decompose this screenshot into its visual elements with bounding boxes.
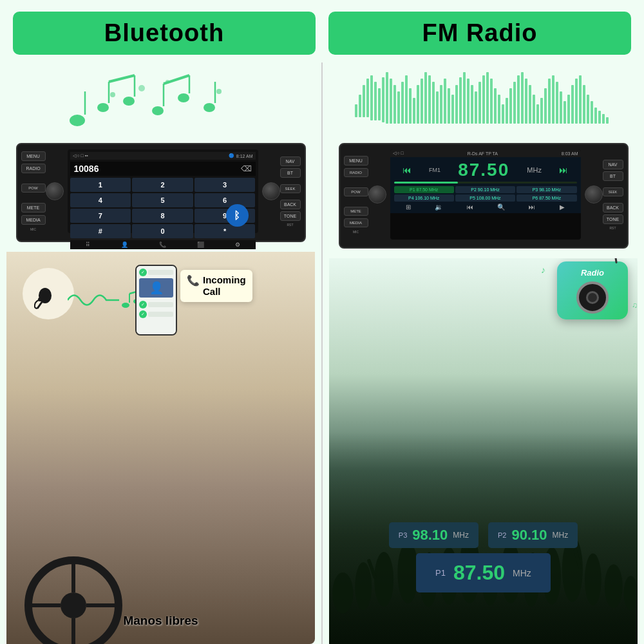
- radio-btn-fm[interactable]: RADIO: [344, 168, 368, 177]
- nav-btn-fm[interactable]: NAV: [603, 160, 623, 169]
- tone-btn-bt[interactable]: TONE: [280, 211, 301, 221]
- preset-p1[interactable]: P1 87.50 MHz: [394, 186, 454, 193]
- freq-p1-unit: MHz: [513, 568, 531, 578]
- prev-track-icon[interactable]: ⏮: [467, 204, 473, 211]
- svg-rect-46: [409, 88, 412, 124]
- key-4[interactable]: 4: [70, 193, 131, 207]
- key-8[interactable]: 8: [132, 209, 193, 223]
- radio-speaker-icon: [576, 281, 609, 314]
- svg-point-16: [216, 89, 222, 94]
- bt-btn[interactable]: BT: [280, 168, 301, 178]
- check-icon-2: ✓: [139, 301, 147, 308]
- preset-p4[interactable]: P4 106.10 MHz: [394, 194, 454, 202]
- key-7[interactable]: 7: [70, 209, 131, 223]
- radio-device: Radio ♪ ♫: [557, 261, 628, 319]
- svg-rect-97: [606, 117, 609, 124]
- right-button-group-fm: NAV BT SEEK BACK TONE RST: [603, 160, 623, 230]
- svg-rect-37: [374, 82, 377, 120]
- svg-point-27: [122, 303, 129, 308]
- left-column: MENU RADIO POW METE MEDIA MIC: [0, 62, 321, 644]
- check-icon-3: ✓: [139, 310, 147, 318]
- fm-waveform-area: [329, 66, 638, 143]
- svg-rect-95: [598, 111, 601, 124]
- right-knob-bt[interactable]: [262, 182, 280, 200]
- nav-btn-bt[interactable]: NAV: [280, 156, 301, 166]
- media-button[interactable]: MEDIA: [21, 215, 46, 225]
- steering-wheel-icon: [22, 554, 125, 644]
- mete-button[interactable]: METE: [21, 203, 46, 213]
- svg-rect-59: [459, 77, 462, 124]
- freq-p2-unit: MHz: [553, 531, 569, 540]
- manos-libres-label: Manos libres: [123, 614, 198, 628]
- play-icon[interactable]: ▶: [560, 204, 565, 211]
- freq-p3-badge: P3 98.10 MHz: [389, 522, 478, 548]
- pow-btn-fm[interactable]: POW: [344, 187, 368, 196]
- preset-p2[interactable]: P2 90.10 MHz: [455, 186, 515, 193]
- svg-rect-60: [463, 72, 466, 124]
- svg-rect-92: [587, 95, 589, 124]
- key-0[interactable]: 0: [132, 224, 193, 238]
- svg-rect-62: [471, 85, 473, 124]
- svg-rect-72: [509, 88, 512, 124]
- seek-btn-fm[interactable]: SEEK: [603, 187, 623, 196]
- mete-btn-fm[interactable]: METE: [344, 207, 368, 216]
- menu-button[interactable]: MENU: [21, 151, 46, 161]
- bluetooth-screen: ◁ ○ □ ▪▪ 🔵 8:12 AM 10086 ⌫: [68, 149, 258, 233]
- svg-rect-47: [413, 98, 415, 124]
- fastforward-icon[interactable]: ⏭: [559, 165, 568, 175]
- right-knob-fm[interactable]: [585, 185, 603, 204]
- volume-icon[interactable]: 🔉: [435, 204, 442, 211]
- svg-point-15: [138, 85, 145, 91]
- key-2[interactable]: 2: [132, 178, 193, 192]
- left-knob[interactable]: [46, 182, 64, 200]
- svg-rect-48: [417, 85, 419, 124]
- freq-p3-unit: MHz: [453, 531, 469, 540]
- pow-button[interactable]: POW: [21, 184, 46, 193]
- freq-p2-value: 90.10: [511, 527, 547, 544]
- svg-rect-34: [363, 85, 365, 117]
- back-btn-bt[interactable]: BACK: [280, 200, 301, 209]
- svg-rect-76: [525, 79, 527, 124]
- svg-rect-96: [602, 114, 605, 124]
- key-3[interactable]: 3: [194, 178, 256, 192]
- svg-rect-52: [432, 82, 435, 124]
- key-hash[interactable]: #: [70, 224, 131, 238]
- left-button-group: MENU RADIO POW METE MEDIA MIC: [21, 151, 46, 231]
- search-icon[interactable]: 🔍: [497, 204, 505, 211]
- bluetooth-car-stereo: MENU RADIO POW METE MEDIA MIC: [16, 143, 306, 242]
- svg-rect-36: [370, 75, 373, 120]
- fm-radio-badge: FM Radio: [328, 12, 631, 55]
- menu-btn-fm[interactable]: MENU: [344, 156, 368, 166]
- svg-rect-43: [397, 91, 400, 124]
- svg-rect-81: [544, 88, 547, 124]
- fm-band-label: FM1: [429, 167, 440, 173]
- svg-rect-39: [382, 77, 384, 122]
- key-5[interactable]: 5: [132, 193, 193, 207]
- next-track-icon[interactable]: ⏭: [529, 204, 535, 211]
- preset-p6[interactable]: P6 87.50 MHz: [516, 194, 576, 202]
- microphone-icon: [32, 278, 64, 310]
- left-knob-fm[interactable]: [368, 185, 386, 204]
- radio-button[interactable]: RADIO: [21, 164, 46, 173]
- key-6[interactable]: 6: [194, 193, 256, 207]
- svg-rect-94: [594, 108, 597, 124]
- svg-rect-54: [440, 85, 442, 124]
- svg-rect-57: [451, 95, 454, 124]
- bt-btn-fm[interactable]: BT: [603, 171, 623, 181]
- media-btn-fm[interactable]: MEDIA: [344, 218, 368, 227]
- svg-point-19: [61, 592, 86, 618]
- svg-point-14: [110, 92, 115, 97]
- tone-btn-fm[interactable]: TONE: [603, 214, 623, 224]
- svg-rect-42: [393, 85, 396, 124]
- freq-p2-label: P2: [498, 531, 506, 539]
- back-btn-fm[interactable]: BACK: [603, 203, 623, 213]
- preset-p3[interactable]: P3 98.10 MHz: [516, 186, 576, 193]
- key-1[interactable]: 1: [70, 178, 131, 192]
- rewind-icon[interactable]: ⏮: [402, 165, 412, 175]
- seek-btn-bt[interactable]: SEEK: [280, 184, 301, 193]
- svg-rect-84: [556, 82, 558, 124]
- preset-p5[interactable]: P5 108.00 MHz: [455, 194, 515, 202]
- key-star[interactable]: *: [194, 224, 256, 238]
- svg-rect-55: [444, 79, 446, 124]
- incoming-call-line2: Call: [203, 286, 246, 298]
